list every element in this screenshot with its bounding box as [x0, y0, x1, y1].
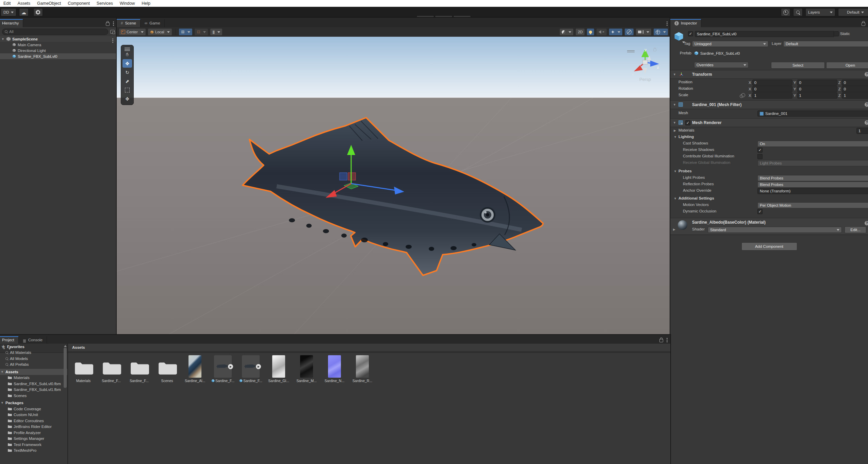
help-icon[interactable]: ?: [865, 72, 868, 76]
static-checkbox[interactable]: [834, 31, 839, 36]
tree-item-custom-nunit[interactable]: Custom NUnit: [0, 412, 67, 418]
anchor-override-field[interactable]: None (Transform): [757, 188, 868, 194]
asset-folder-scenes[interactable]: Scenes: [154, 355, 180, 383]
position-z-field[interactable]: 0: [842, 80, 868, 86]
light-probes-dropdown[interactable]: Blend Probes: [757, 175, 868, 181]
favorite-all-prefabs[interactable]: All Prefabs: [0, 362, 67, 368]
menu-component[interactable]: Component: [64, 1, 93, 6]
mesh-renderer-header[interactable]: ▼ ✓ Mesh Renderer ?: [670, 118, 868, 127]
hierarchy-item-sardine[interactable]: Sardine_FBX_SubLvl0: [0, 53, 117, 59]
tab-game[interactable]: ∞ Game: [141, 19, 165, 27]
hierarchy-item-samplescene[interactable]: ▼ SampleScene: [0, 36, 117, 42]
active-checkbox[interactable]: ✓: [688, 31, 693, 36]
asset-folder-sardine1[interactable]: Sardine_F...: [126, 355, 152, 383]
renderer-enabled-checkbox[interactable]: ✓: [685, 120, 690, 125]
tree-item-sardine-fbm0[interactable]: Sardine_FBX_SubLvl0.fbm: [0, 381, 67, 387]
sardine-model[interactable]: [243, 118, 543, 275]
menu-assets[interactable]: Assets: [14, 1, 34, 6]
move-tool[interactable]: ✥: [122, 59, 132, 68]
tree-item-jetbrains-rider[interactable]: JetBrains Rider Editor: [0, 424, 67, 430]
tree-item-profile-analyzer[interactable]: Profile Analyzer: [0, 430, 67, 436]
snap-settings-dropdown[interactable]: |||: [210, 28, 223, 36]
scale-z-field[interactable]: 1: [842, 92, 868, 99]
prefab-name[interactable]: Sardine_FBX_SubLvl0: [700, 51, 740, 55]
version-control-button[interactable]: [33, 8, 43, 16]
foldout-arrow-icon[interactable]: ▼: [1, 370, 4, 374]
scale-tool[interactable]: ⬈: [122, 77, 132, 85]
object-name-field[interactable]: Sardine_FBX_SubLvl0: [695, 31, 834, 37]
menu-services[interactable]: Services: [93, 1, 116, 6]
rotation-z-field[interactable]: 0: [842, 86, 868, 92]
asset-folder-materials[interactable]: Materials: [70, 355, 97, 383]
open-button[interactable]: Open: [826, 62, 868, 69]
reflection-probes-dropdown[interactable]: Blend Probes: [757, 182, 868, 188]
scene-audio-toggle[interactable]: ✕: [596, 28, 607, 36]
motion-vectors-dropdown[interactable]: Per Object Motion: [757, 202, 868, 208]
rotate-tool[interactable]: ↻: [122, 68, 132, 76]
hidden-objects-toggle[interactable]: [624, 28, 634, 36]
asset-texture-metallic[interactable]: Sardine_M...: [293, 355, 320, 383]
dynamic-occlusion-checkbox[interactable]: ✓: [757, 209, 763, 214]
asset-folder-sardine0[interactable]: Sardine_F...: [98, 355, 125, 383]
tab-scene[interactable]: # Scene: [117, 19, 141, 27]
tree-item-test-framework[interactable]: Test Framework: [0, 442, 67, 448]
add-component-button[interactable]: Add Component: [741, 242, 797, 251]
grid-snapping-toggle[interactable]: ⊞: [179, 28, 193, 36]
camera-overlay-dropdown[interactable]: [636, 28, 652, 36]
materials-count-field[interactable]: 1: [856, 128, 868, 134]
tree-item-packages[interactable]: ▼ Packages: [0, 400, 67, 406]
tab-project[interactable]: Project: [0, 336, 19, 344]
mesh-filter-header[interactable]: ▼ Sardine_001 (Mesh Filter) ?: [670, 100, 868, 109]
tree-item-textmeshpro[interactable]: TextMeshPro: [0, 448, 67, 454]
kebab-menu-icon[interactable]: [113, 21, 114, 22]
favorite-all-materials[interactable]: All Materials: [0, 350, 67, 356]
menu-help[interactable]: Help: [138, 1, 154, 6]
picker-window-icon[interactable]: [110, 30, 115, 34]
favorite-all-models[interactable]: All Models: [0, 356, 67, 362]
layout-dropdown[interactable]: Default: [838, 8, 868, 16]
foldout-arrow-icon[interactable]: ▼: [1, 37, 5, 41]
kebab-menu-icon[interactable]: [667, 338, 668, 339]
cast-shadows-dropdown[interactable]: On: [757, 141, 868, 147]
tree-item-assets[interactable]: ▼ Assets: [0, 369, 67, 375]
tree-item-materials[interactable]: Materials: [0, 375, 67, 381]
2d-toggle[interactable]: 2D: [575, 28, 585, 36]
link-scale-icon[interactable]: [741, 93, 745, 97]
lighting-foldout[interactable]: ▼ Lighting: [670, 134, 868, 140]
cloud-services-button[interactable]: ☁: [19, 8, 29, 16]
asset-texture-roughness[interactable]: Sardine_R...: [349, 355, 376, 383]
shader-edit-button[interactable]: Edit...: [845, 226, 866, 233]
projection-label[interactable]: Persp: [630, 77, 660, 82]
asset-texture-gloss[interactable]: Sardine_Gl...: [265, 355, 292, 383]
scale-x-field[interactable]: 1: [752, 92, 792, 99]
foldout-arrow-icon[interactable]: ▶: [673, 228, 675, 231]
kebab-menu-icon[interactable]: [112, 38, 113, 39]
orientation-gizmo[interactable]: y z x: [630, 46, 660, 77]
shader-dropdown[interactable]: Standard: [708, 227, 842, 233]
effects-dropdown-toggle[interactable]: [609, 28, 623, 36]
foldout-arrow-icon[interactable]: ▼: [1, 401, 4, 405]
transform-tool[interactable]: ✥︎: [122, 94, 132, 103]
foldout-arrow-icon[interactable]: ▼: [673, 121, 676, 124]
tree-item-scenes[interactable]: Scenes: [0, 393, 67, 399]
lock-icon[interactable]: [659, 339, 663, 342]
overrides-dropdown[interactable]: Overrides: [694, 62, 749, 68]
tree-item-code-coverage[interactable]: Code Coverage: [0, 406, 67, 412]
probes-foldout[interactable]: ▼ Probes: [670, 169, 868, 174]
rotation-y-field[interactable]: 0: [797, 86, 837, 92]
additional-settings-foldout[interactable]: ▼ Additional Settings: [670, 196, 868, 202]
tag-dropdown[interactable]: Untagged: [692, 41, 768, 47]
search-everywhere-button[interactable]: [793, 8, 803, 16]
help-icon[interactable]: ?: [865, 221, 868, 225]
lock-icon[interactable]: [862, 22, 865, 26]
menu-window[interactable]: Window: [116, 1, 138, 6]
tree-item-editor-coroutines[interactable]: Editor Coroutines: [0, 418, 67, 424]
undo-history-button[interactable]: [781, 8, 790, 16]
receive-shadows-checkbox[interactable]: ✓: [757, 148, 763, 153]
foldout-arrow-icon[interactable]: ▼: [673, 73, 676, 76]
help-icon[interactable]: ?: [865, 102, 868, 107]
rect-tool[interactable]: [122, 86, 132, 94]
tab-inspector[interactable]: i Inspector: [670, 19, 701, 27]
tree-scrollbar[interactable]: [63, 345, 67, 388]
position-x-field[interactable]: 0: [752, 80, 792, 86]
